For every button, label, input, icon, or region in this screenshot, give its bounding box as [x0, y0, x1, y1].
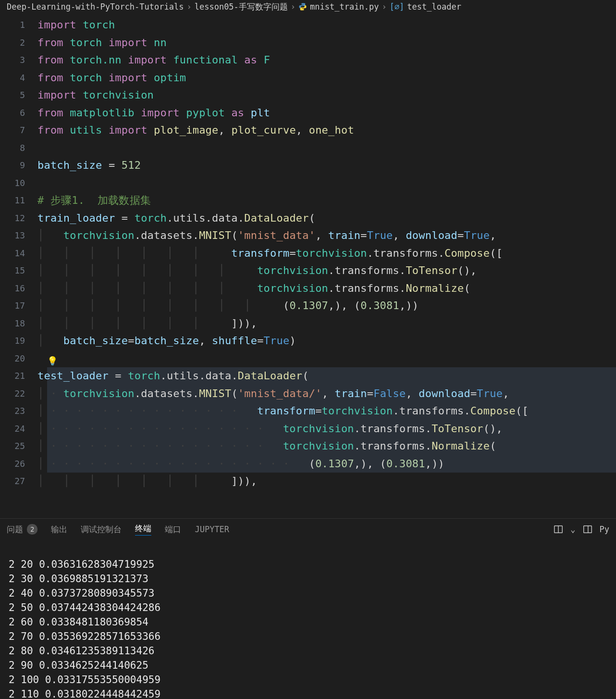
line-number: 15: [0, 262, 37, 280]
line-number: 2: [0, 34, 37, 52]
split-editor-icon[interactable]: [553, 524, 564, 535]
tab-debug-console[interactable]: 调试控制台: [81, 524, 122, 535]
line-number: 14: [0, 245, 37, 262]
problems-badge: 2: [27, 524, 37, 535]
bottom-panel: 问题2 输出 调试控制台 终端 端口 JUPYTER ⌄ Py 2 20 0.0…: [0, 518, 616, 699]
chevron-down-icon[interactable]: ⌄: [570, 524, 575, 534]
breadcrumb-seg[interactable]: lesson05-手写数字问题: [195, 1, 288, 12]
tab-problems[interactable]: 问题2: [7, 524, 37, 535]
chevron-right-icon: ›: [291, 2, 296, 12]
line-number: 24: [0, 420, 37, 438]
chevron-right-icon: ›: [382, 2, 386, 12]
lightbulb-icon[interactable]: 💡: [47, 352, 58, 370]
breadcrumb-seg[interactable]: mnist_train.py: [310, 2, 379, 12]
line-number: 4: [0, 69, 37, 87]
terminal-line: 2 90 0.0334625244140625: [9, 660, 148, 671]
python-file-icon: [298, 2, 307, 11]
symbol-variable-icon: [⌀]: [390, 2, 405, 12]
breadcrumb: Deep-Learning-with-PyTorch-Tutorials › l…: [0, 0, 616, 13]
tab-jupyter[interactable]: JUPYTER: [195, 524, 229, 534]
line-number: 7: [0, 122, 37, 139]
panel-tabs: 问题2 输出 调试控制台 终端 端口 JUPYTER ⌄ Py: [0, 519, 616, 540]
line-number: 10: [0, 175, 37, 192]
line-number: 16: [0, 280, 37, 298]
line-number: 27: [0, 473, 37, 490]
svg-rect-2: [583, 526, 591, 533]
tab-ports[interactable]: 端口: [165, 524, 181, 535]
line-number: 25: [0, 437, 37, 455]
terminal-output[interactable]: 2 20 0.03631628304719925 2 30 0.03698851…: [0, 540, 616, 699]
terminal-line: 2 110 0.03180224448442459: [9, 688, 160, 699]
line-number: 5: [0, 87, 37, 104]
terminal-line: 2 60 0.0338481180369854: [9, 616, 148, 628]
line-number: 12: [0, 210, 37, 227]
line-number: 17: [0, 297, 37, 315]
breadcrumb-seg[interactable]: test_loader: [407, 2, 461, 12]
terminal-line: 2 40 0.03737280890345573: [9, 587, 154, 599]
line-number: 22: [0, 385, 37, 403]
line-number: 20: [0, 350, 37, 368]
terminal-line: 2 70 0.035369228571653366: [9, 631, 160, 642]
line-number: 23: [0, 402, 37, 420]
layout-panel-icon[interactable]: [582, 524, 593, 535]
terminal-line: 2 20 0.03631628304719925: [9, 559, 154, 570]
line-number: 13: [0, 227, 37, 245]
breadcrumb-seg[interactable]: Deep-Learning-with-PyTorch-Tutorials: [7, 2, 184, 12]
chevron-right-icon: ›: [186, 2, 191, 12]
line-number: 8: [0, 139, 37, 157]
terminal-line: 2 50 0.037442438304424286: [9, 602, 160, 613]
line-number: 21: [0, 367, 37, 385]
tab-terminal[interactable]: 终端: [135, 523, 151, 536]
line-number: 18: [0, 315, 37, 333]
line-number: 26: [0, 455, 37, 473]
line-number: 9: [0, 157, 37, 175]
line-number: 3: [0, 51, 37, 69]
tab-output[interactable]: 输出: [51, 524, 67, 535]
py-label: Py: [600, 524, 609, 534]
code-editor[interactable]: 1import torch 2from torch import nn 3fro…: [0, 13, 616, 518]
terminal-line: 2 100 0.03317553550004959: [9, 674, 160, 686]
terminal-line: 2 80 0.03461235389113426: [9, 645, 154, 657]
line-number: 11: [0, 192, 37, 210]
line-number: 19: [0, 332, 37, 350]
terminal-line: 2 30 0.0369885191321373: [9, 573, 148, 585]
line-number: 6: [0, 104, 37, 122]
line-number: 1: [0, 16, 37, 34]
